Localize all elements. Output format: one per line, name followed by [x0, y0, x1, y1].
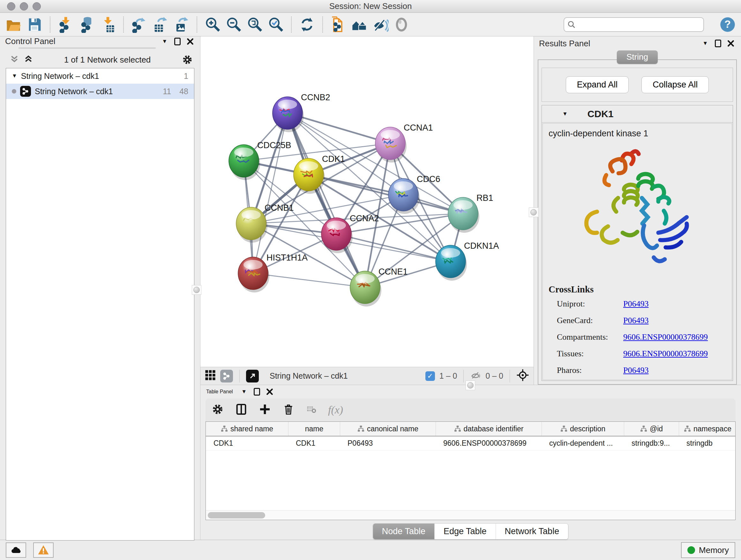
memory-button[interactable]: Memory — [681, 542, 735, 558]
window-controls[interactable] — [7, 2, 41, 10]
table-panel-float-menu-icon[interactable]: ▼ — [239, 387, 249, 396]
collapse-all-button[interactable]: Collapse All — [642, 76, 709, 93]
cloud-status-button[interactable] — [6, 543, 26, 558]
bottom-splitter-handle[interactable] — [466, 381, 475, 390]
add-column-icon[interactable] — [259, 403, 271, 417]
network-node-CCNB2[interactable]: CCNB2 — [273, 92, 330, 132]
uniprot-link[interactable]: P06493 — [623, 299, 649, 309]
warnings-button[interactable] — [33, 543, 54, 558]
network-node-CCNA2[interactable]: CCNA2 — [321, 213, 379, 253]
control-panel-close-icon[interactable] — [185, 37, 195, 46]
home-view-button[interactable] — [350, 15, 368, 34]
hide-selected-button[interactable] — [372, 15, 389, 34]
network-options-gear-icon[interactable] — [182, 54, 193, 65]
tab-network-table[interactable]: Network Table — [496, 523, 568, 539]
title-bar: Session: New Session — [0, 0, 741, 13]
cell-id[interactable]: stringdb:9... — [624, 436, 679, 450]
results-panel-float-menu-icon[interactable]: ▼ — [700, 39, 710, 48]
selected-checkbox-icon[interactable]: ✓ — [425, 371, 435, 381]
network-canvas[interactable]: CCNB2CCNA1CDC25BCDK1CDC6RB1CCNB1CCNA2CDK… — [200, 37, 534, 367]
tab-sets[interactable]: Sets — [122, 48, 155, 48]
pharos-link[interactable]: P06493 — [623, 366, 649, 375]
tissues-link[interactable]: 9606.ENSP00000378699 — [623, 349, 708, 359]
network-graph[interactable]: CCNB2CCNA1CDC25BCDK1CDC6RB1CCNB1CCNA2CDK… — [200, 37, 534, 367]
delete-column-icon[interactable] — [282, 403, 295, 417]
column-header-namespace[interactable]: namespace — [679, 422, 736, 436]
tab-string[interactable]: String — [617, 51, 658, 64]
results-panel-close-icon[interactable] — [726, 39, 736, 48]
network-edge[interactable] — [253, 273, 365, 287]
left-splitter-handle[interactable] — [192, 285, 201, 295]
import-table-button[interactable] — [99, 15, 117, 34]
results-panel-float-icon[interactable] — [713, 39, 723, 48]
genecard-link[interactable]: P06493 — [623, 316, 649, 325]
cell-canonical-name[interactable]: P06493 — [340, 436, 435, 450]
cell-name[interactable]: CDK1 — [288, 436, 340, 450]
column-header-name[interactable]: name — [288, 422, 340, 436]
zoom-window-button[interactable] — [32, 2, 41, 10]
network-node-CCNB1[interactable]: CCNB1 — [236, 203, 294, 243]
network-node-CDC6[interactable]: CDC6 — [388, 174, 441, 214]
zoom-out-button[interactable] — [225, 15, 243, 34]
network-collection-row[interactable]: ▼ String Network – cdk1 1 — [6, 68, 194, 84]
minimize-window-button[interactable] — [20, 2, 28, 10]
cell-shared-name[interactable]: CDK1 — [206, 436, 288, 450]
tab-style[interactable]: Style — [53, 48, 87, 48]
compartments-link[interactable]: 9606.ENSP00000378699 — [623, 332, 708, 342]
column-header-id[interactable]: @id — [624, 422, 679, 436]
export-network-button[interactable] — [130, 15, 148, 34]
zoom-selected-button[interactable] — [267, 15, 285, 34]
table-panel-float-icon[interactable] — [252, 387, 262, 396]
open-session-button[interactable] — [4, 15, 22, 34]
expand-all-button[interactable]: Expand All — [566, 76, 629, 93]
column-header-description[interactable]: description — [542, 422, 624, 436]
network-edge[interactable] — [253, 113, 287, 273]
tab-edge-table[interactable]: Edge Table — [434, 523, 496, 539]
column-header-canonical-name[interactable]: canonical name — [340, 422, 435, 436]
show-columns-icon[interactable] — [235, 403, 248, 417]
birds-eye-view-icon[interactable] — [516, 369, 529, 383]
tab-network[interactable]: Network — [19, 48, 53, 48]
zoom-fit-button[interactable] — [246, 15, 264, 34]
apply-layout-button[interactable] — [298, 15, 316, 34]
table-panel-close-icon[interactable] — [265, 387, 274, 396]
column-header-database-identifier[interactable]: database identifier — [435, 422, 542, 436]
string-import-button[interactable] — [329, 15, 347, 34]
right-splitter-handle[interactable] — [529, 207, 538, 217]
cell-database-identifier[interactable]: 9606.ENSP00000378699 — [435, 436, 542, 450]
grid-view-icon[interactable] — [205, 370, 216, 382]
network-node-RB1[interactable]: RB1 — [448, 193, 493, 233]
expand-all-networks-icon[interactable] — [23, 54, 33, 65]
network-share-view-icon[interactable] — [220, 370, 233, 382]
gene-collapse-icon[interactable]: ▼ — [562, 111, 568, 117]
collapse-all-networks-icon[interactable] — [10, 54, 19, 65]
cell-namespace[interactable]: stringdb — [679, 436, 736, 450]
control-panel-float-icon[interactable] — [173, 37, 182, 46]
network-node-CDKN1A[interactable]: CDKN1A — [435, 241, 499, 281]
table-horizontal-scrollbar[interactable] — [206, 510, 735, 520]
tab-select[interactable]: Select — [87, 48, 122, 48]
show-all-button[interactable] — [393, 15, 410, 34]
import-network-from-database-button[interactable] — [78, 15, 96, 34]
table-row[interactable]: CDK1 CDK1 P06493 9606.ENSP00000378699 cy… — [206, 436, 735, 450]
tree-expand-icon[interactable]: ▼ — [12, 73, 17, 79]
import-network-button[interactable] — [57, 15, 75, 34]
column-header-shared-name[interactable]: shared name — [206, 422, 288, 436]
export-table-button[interactable] — [151, 15, 169, 34]
table-options-gear-icon[interactable] — [211, 403, 224, 417]
save-session-button[interactable] — [25, 15, 44, 34]
help-button[interactable]: ? — [719, 15, 737, 34]
scrollbar-thumb[interactable] — [208, 512, 265, 518]
network-node-HIST1H1A[interactable]: HIST1H1A — [238, 253, 308, 293]
network-node-CCNE1[interactable]: CCNE1 — [350, 267, 408, 307]
cell-description[interactable]: cyclin-dependent ... — [542, 436, 624, 450]
network-row-selected[interactable]: String Network – cdk1 11 48 — [6, 84, 194, 99]
search-input[interactable] — [578, 20, 700, 29]
control-panel-float-menu-icon[interactable]: ▼ — [160, 37, 170, 46]
detach-view-icon[interactable] — [246, 370, 259, 382]
export-image-button[interactable] — [172, 15, 190, 34]
tab-node-table[interactable]: Node Table — [373, 523, 434, 539]
zoom-in-button[interactable] — [204, 15, 221, 34]
close-window-button[interactable] — [7, 2, 15, 10]
search-box[interactable] — [563, 17, 704, 32]
